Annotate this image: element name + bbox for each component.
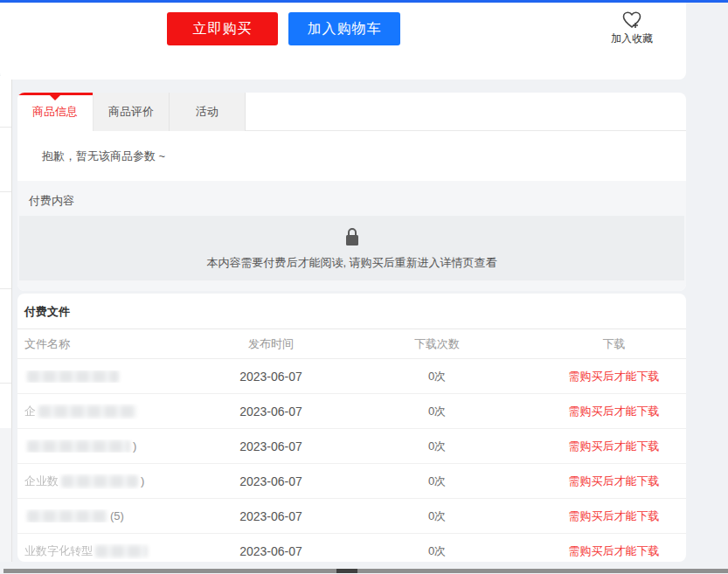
file-name-fragment: 企业数: [24, 474, 59, 489]
publish-date: 2023-06-07: [210, 544, 332, 558]
publish-date: 2023-06-07: [210, 439, 332, 453]
download-count: 0次: [332, 369, 542, 384]
redaction-blob: [38, 405, 136, 418]
file-name-fragment: (5): [110, 509, 124, 522]
download-count: 0次: [332, 508, 542, 524]
divider: [0, 288, 11, 289]
download-link[interactable]: 需购买后才能下载: [569, 405, 660, 418]
file-name-redacted: 业数字化转型: [17, 543, 210, 559]
action-bar: 立即购买 加入购物车 加入收藏: [0, 3, 686, 80]
tab-3[interactable]: 活动: [170, 93, 246, 131]
paid-files-title: 付费文件: [17, 294, 686, 329]
paid-content-locked-box: 本内容需要付费后才能阅读, 请购买后重新进入详情页查看: [19, 216, 684, 280]
left-cutoff-panel: [0, 76, 12, 428]
redaction-blob: [61, 475, 138, 488]
file-table-row: 业数字化转型 2023-06-07 0次 需购买后才能下载: [17, 534, 686, 562]
download-count: 0次: [332, 474, 542, 489]
download-link[interactable]: 需购买后才能下载: [569, 370, 660, 383]
files-table-header: 文件名称 发布时间 下载次数 下载: [17, 329, 686, 359]
download-link[interactable]: 需购买后才能下载: [569, 439, 660, 453]
column-header-filename: 文件名称: [17, 336, 210, 352]
file-name-redacted: 企: [17, 404, 210, 419]
divider: [0, 383, 11, 384]
file-name-redacted: ): [17, 439, 210, 453]
horizontal-scrollbar-thumb[interactable]: [336, 569, 357, 573]
publish-date: 2023-06-07: [210, 474, 332, 488]
divider: [0, 191, 11, 192]
column-header-download-count: 下载次数: [332, 336, 542, 352]
page: 立即购买 加入购物车 加入收藏 商品信息 商品评价 活动 抱歉，暂无该商品参数 …: [0, 0, 728, 574]
paid-files-card: 付费文件 文件名称 发布时间 下载次数 下载 2023-06-07 0次 需购买…: [17, 294, 686, 562]
download-link[interactable]: 需购买后才能下载: [569, 544, 660, 557]
column-header-publish-time: 发布时间: [210, 336, 332, 352]
tab-2[interactable]: 商品评价: [94, 93, 170, 131]
file-name-fragment: ): [133, 439, 136, 453]
file-name-redacted: 企业数 ): [17, 474, 210, 489]
download-count: 0次: [332, 404, 542, 419]
download-count: 0次: [332, 543, 542, 559]
download-link[interactable]: 需购买后才能下载: [569, 509, 660, 522]
divider: [0, 127, 11, 128]
favorite-label: 加入收藏: [605, 31, 659, 46]
horizontal-scrollbar-track[interactable]: [3, 569, 728, 573]
add-to-favorites[interactable]: 加入收藏: [605, 8, 659, 53]
paid-content-section: 付费内容 本内容需要付费后才能阅读, 请购买后重新进入详情页查看: [17, 181, 686, 291]
file-name-fragment: ): [141, 474, 144, 488]
left-cutoff-panel-lower: [0, 428, 12, 562]
paid-content-notice: 本内容需要付费后才能阅读, 请购买后重新进入详情页查看: [206, 255, 496, 271]
download-link[interactable]: 需购买后才能下载: [569, 474, 660, 488]
file-table-row: 企业数 ) 2023-06-07 0次 需购买后才能下载: [17, 464, 686, 499]
file-name-fragment: 企: [24, 404, 36, 419]
redaction-blob: [95, 545, 148, 557]
publish-date: 2023-06-07: [210, 509, 332, 523]
paid-content-title: 付费内容: [17, 188, 686, 216]
file-name-redacted: [17, 370, 210, 383]
buy-now-button[interactable]: 立即购买: [167, 12, 278, 45]
files-table-body: 2023-06-07 0次 需购买后才能下载 企 2023-06-07 0次 需…: [17, 359, 686, 562]
publish-date: 2023-06-07: [210, 405, 332, 418]
file-name-fragment: 业数字化转型: [24, 543, 93, 559]
redaction-blob: [27, 370, 119, 383]
add-to-cart-button[interactable]: 加入购物车: [288, 12, 400, 45]
product-info-card: 商品信息 商品评价 活动 抱歉，暂无该商品参数 ~ 付费内容 本内容需要付费后才…: [17, 93, 686, 291]
file-table-row: ) 2023-06-07 0次 需购买后才能下载: [17, 429, 686, 464]
file-name-redacted: (5): [17, 509, 210, 522]
file-table-row: (5) 2023-06-07 0次 需购买后才能下载: [17, 499, 686, 534]
tab-1[interactable]: 商品信息: [17, 93, 94, 131]
no-params-notice: 抱歉，暂无该商品参数 ~: [17, 131, 686, 181]
heart-plus-icon: [621, 10, 643, 31]
file-table-row: 2023-06-07 0次 需购买后才能下载: [17, 359, 686, 394]
column-header-download: 下载: [542, 336, 686, 352]
lock-icon: [343, 226, 362, 249]
download-count: 0次: [332, 439, 542, 454]
redaction-blob: [27, 510, 107, 522]
redaction-blob: [27, 440, 130, 453]
publish-date: 2023-06-07: [210, 370, 332, 384]
file-table-row: 企 2023-06-07 0次 需购买后才能下载: [17, 394, 686, 429]
product-tabs: 商品信息 商品评价 活动: [17, 93, 686, 131]
